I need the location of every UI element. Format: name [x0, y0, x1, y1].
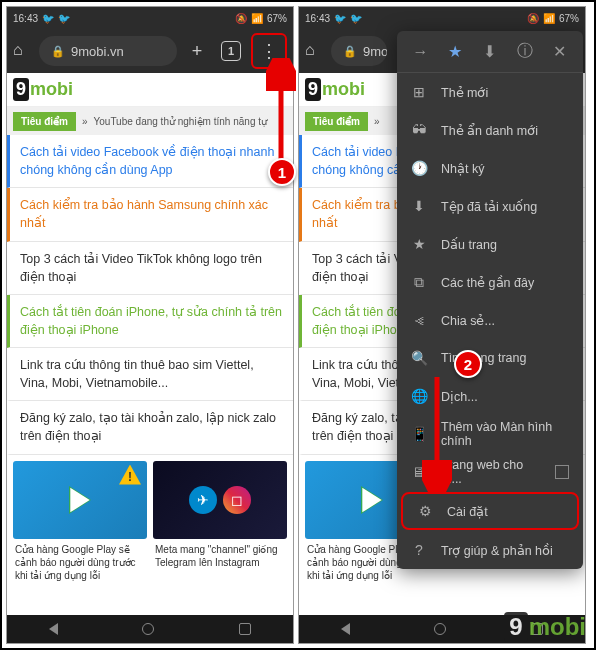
url-text: 9mobi...	[363, 44, 387, 59]
menu-help[interactable]: ?Trợ giúp & phản hồi	[397, 531, 583, 569]
menu-history[interactable]: 🕐Nhật ký	[397, 149, 583, 187]
menu-recent-tabs[interactable]: ⧉Các thẻ gần đây	[397, 263, 583, 301]
battery-text: 67%	[559, 13, 579, 24]
home-icon[interactable]: ⌂	[13, 41, 33, 61]
plus-icon: ⊞	[411, 84, 427, 100]
warning-icon: !	[119, 465, 141, 485]
battery-text: 67%	[267, 13, 287, 24]
nav-active[interactable]: Tiêu điểm	[305, 112, 368, 131]
thumb-card[interactable]: ! Cửa hàng Google Play sẽ cảnh báo người…	[13, 461, 147, 586]
menu-incognito[interactable]: 🕶Thẻ ẩn danh mới	[397, 111, 583, 149]
arrow-1	[266, 58, 296, 168]
thumb-image: !	[13, 461, 147, 539]
nav-active[interactable]: Tiêu điểm	[13, 112, 76, 131]
phone-right: 16:43🐦🐦 🔕📶67% ⌂ 🔒9mobi... 9mobi Tiêu điể…	[298, 6, 586, 644]
url-bar[interactable]: 🔒9mobi.vn	[39, 36, 177, 66]
play-icon	[69, 486, 91, 514]
site-header: 9mobi	[7, 73, 293, 107]
step2-highlight: ⚙Cài đặt	[401, 492, 579, 530]
menu-settings[interactable]: ⚙Cài đặt	[403, 494, 577, 528]
gear-icon: ⚙	[417, 503, 433, 519]
close-icon[interactable]: ✕	[548, 42, 572, 61]
menu-share[interactable]: ⪡Chia sẻ...	[397, 301, 583, 339]
menu-bookmarks[interactable]: ★Dấu trang	[397, 225, 583, 263]
forward-icon[interactable]: →	[408, 43, 432, 61]
thumb-row: ! Cửa hàng Google Play sẽ cảnh báo người…	[7, 455, 293, 592]
star-icon: ★	[411, 236, 427, 252]
thumb-image: ✈◻	[153, 461, 287, 539]
arrow-2	[422, 363, 452, 493]
signal-icon: 📶	[543, 13, 555, 24]
nav-bar: Tiêu điểm » YouTube đang thử nghiệm tính…	[7, 107, 293, 135]
thumb-card[interactable]: ✈◻ Meta mang "channel" giống Telegram lê…	[153, 461, 287, 586]
status-bar: 16:43🐦🐦 🔕📶67%	[7, 7, 293, 29]
download-icon[interactable]: ⬇	[478, 42, 502, 61]
browser-toolbar: ⌂ 🔒9mobi.vn + 1 ⋮	[7, 29, 293, 73]
step-marker-2: 2	[454, 350, 482, 378]
back-button[interactable]	[341, 623, 350, 635]
article-item[interactable]: Cách tắt tiên đoán iPhone, tự sửa chính …	[7, 295, 293, 348]
share-icon: ⪡	[411, 312, 427, 328]
recent-button[interactable]	[239, 623, 251, 635]
article-item[interactable]: Top 3 cách tải Video TikTok không logo t…	[7, 242, 293, 295]
url-text: 9mobi.vn	[71, 44, 124, 59]
telegram-icon: ✈	[189, 486, 217, 514]
nav-bottom	[7, 615, 293, 643]
article-item[interactable]: Cách kiểm tra bảo hành Samsung chính xác…	[7, 188, 293, 241]
star-icon[interactable]: ★	[443, 42, 467, 61]
thumb-title: Meta mang "channel" giống Telegram lên I…	[153, 539, 287, 573]
twitter-icon: 🐦	[42, 13, 54, 24]
download-icon: ⬇	[411, 198, 427, 214]
home-button[interactable]	[142, 623, 154, 635]
instagram-icon: ◻	[223, 486, 251, 514]
thumb-title: Cửa hàng Google Play sẽ cảnh báo người d…	[13, 539, 147, 586]
dropdown-top-row: → ★ ⬇ ⓘ ✕	[397, 31, 583, 73]
url-bar[interactable]: 🔒9mobi...	[331, 36, 387, 66]
home-button[interactable]	[434, 623, 446, 635]
time: 16:43	[13, 13, 38, 24]
silent-icon: 🔕	[527, 13, 539, 24]
silent-icon: 🔕	[235, 13, 247, 24]
info-icon[interactable]: ⓘ	[513, 41, 537, 62]
lock-icon: 🔒	[343, 45, 357, 58]
back-button[interactable]	[49, 623, 58, 635]
tabs-icon: ⧉	[411, 274, 427, 291]
incognito-icon: 🕶	[411, 122, 427, 138]
history-icon: 🕐	[411, 160, 427, 176]
menu-downloads[interactable]: ⬇Tệp đã tải xuống	[397, 187, 583, 225]
play-icon	[361, 486, 383, 514]
tab-switcher[interactable]: 1	[217, 37, 245, 65]
checkbox[interactable]	[555, 465, 569, 479]
twitter-icon: 🐦	[350, 13, 362, 24]
help-icon: ?	[411, 542, 427, 558]
home-icon[interactable]: ⌂	[305, 41, 325, 61]
status-bar: 16:43🐦🐦 🔕📶67%	[299, 7, 585, 29]
article-item[interactable]: Đăng ký zalo, tạo tài khoản zalo, lập ni…	[7, 401, 293, 454]
time: 16:43	[305, 13, 330, 24]
site-logo[interactable]: 9mobi	[305, 78, 365, 101]
site-logo[interactable]: 9mobi	[13, 78, 73, 101]
lock-icon: 🔒	[51, 45, 65, 58]
nav-trail[interactable]: YouTube đang thử nghiệm tính năng tự	[94, 116, 268, 127]
page-content: 9mobi Tiêu điểm » YouTube đang thử nghiệ…	[7, 73, 293, 644]
signal-icon: 📶	[251, 13, 263, 24]
step-marker-1: 1	[268, 158, 296, 186]
menu-new-tab[interactable]: ⊞Thẻ mới	[397, 73, 583, 111]
twitter-icon: 🐦	[58, 13, 70, 24]
new-tab-button[interactable]: +	[183, 37, 211, 65]
phone-left: 16:43🐦🐦 🔕📶67% ⌂ 🔒9mobi.vn + 1 ⋮ 9mobi Ti…	[6, 6, 294, 644]
watermark: 9mobi	[504, 612, 586, 642]
article-item[interactable]: Cách tải video Facebook về điện thoại nh…	[7, 135, 293, 188]
twitter-icon: 🐦	[334, 13, 346, 24]
article-item[interactable]: Link tra cứu thông tin thuê bao sim Viet…	[7, 348, 293, 401]
